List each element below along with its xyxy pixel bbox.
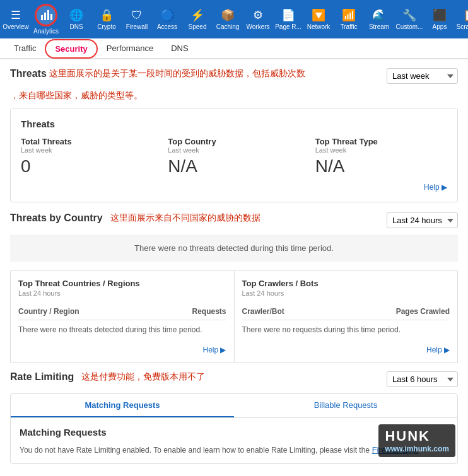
threats-metrics: Total Threats Last week 0 Top Country La… [21, 137, 447, 177]
analytics-icon-circled [35, 4, 57, 26]
stream-icon: 🌊 [372, 8, 386, 22]
metric-total-threats: Total Threats Last week 0 [21, 137, 153, 177]
threats-annotation1: 这里面展示的是关于某一段时间的受到的威胁数据，包括威胁次数 [49, 68, 384, 79]
rate-limiting-card: Matching Requests Billable Requests Matc… [10, 393, 458, 464]
metric-top-country-label: Top Country [168, 137, 300, 146]
svg-rect-2 [47, 10, 49, 20]
tbc-annotation: 这里面展示来自不同国家的威胁的数据 [110, 212, 384, 224]
threats-dropdown[interactable]: Last 24 hours Last week Last month Last … [387, 68, 458, 84]
network-icon: 🔽 [312, 8, 325, 22]
nav-speed[interactable]: ⚡ Speed [183, 6, 212, 33]
nav-scrape[interactable]: 📋 Scrape ... [455, 6, 468, 33]
rate-dropdown[interactable]: Last 6 hours Last 24 hours Last week [387, 371, 458, 387]
subnav-performance[interactable]: Performance [98, 38, 162, 59]
metric-top-threat-sub: Last week [315, 146, 447, 154]
tbc-no-banner: There were no threats detected during th… [10, 235, 458, 262]
rate-info-text: You do not have Rate Limiting enabled. T… [20, 446, 370, 455]
rate-title: Rate Limiting [10, 371, 74, 383]
nav-access[interactable]: 🔵 Access [153, 6, 182, 33]
nav-dns[interactable]: 🌐 DNS [62, 6, 91, 33]
rate-matching-title: Matching Requests [20, 427, 448, 438]
dns-icon: 🌐 [69, 8, 83, 22]
rate-tabs: Matching Requests Billable Requests [11, 394, 457, 418]
rate-tab-billable[interactable]: Billable Requests [234, 394, 457, 417]
right-col2-header: Pages Crawled [396, 307, 450, 316]
threats-section-header: Threats 这里面展示的是关于某一段时间的受到的威胁数据，包括威胁次数 La… [10, 68, 458, 84]
nav-apps[interactable]: ⬛ Apps [425, 6, 454, 33]
nav-caching[interactable]: 📦 Caching [213, 6, 242, 33]
tbc-header: Threats by Country 这里面展示来自不同国家的威胁的数据 Las… [10, 212, 458, 228]
nav-workers[interactable]: ⚙ Workers [243, 6, 272, 33]
rate-info: You do not have Rate Limiting enabled. T… [20, 445, 448, 455]
threats-card: Threats Total Threats Last week 0 Top Co… [10, 108, 458, 202]
custom-icon: 🔧 [402, 8, 416, 22]
left-table-empty: There were no threats detected during th… [18, 320, 226, 339]
scrape-icon: 📋 [463, 8, 468, 22]
tbc-title: Threats by Country [10, 212, 103, 224]
apps-icon: ⬛ [433, 8, 447, 22]
left-col1-header: Country / Region [18, 307, 79, 316]
top-navigation: ☰ Overview Analytics 🌐 DNS 🔒 Crypto 🛡 Fi… [0, 0, 468, 38]
analytics-label: Analytics [33, 28, 59, 35]
nav-overview[interactable]: ☰ Overview [1, 6, 30, 33]
overview-icon: ☰ [11, 8, 21, 22]
metric-top-country-sub: Last week [168, 146, 300, 154]
metric-top-threat-type: Top Threat Type Last week N/A [315, 137, 447, 177]
rate-header: Rate Limiting 这是付费功能，免费版本用不了 Last 6 hour… [10, 371, 458, 387]
metric-top-threat-label: Top Threat Type [315, 137, 447, 146]
rate-tab-content: Matching Requests You do not have Rate L… [11, 418, 457, 463]
right-col1-header: Crawler/Bot [242, 307, 284, 316]
right-panel-sub: Last 24 hours [242, 289, 450, 297]
threats-card-title: Threats [21, 119, 447, 129]
metric-top-country-value: N/A [168, 156, 300, 177]
threats-annotation2: ，来自哪些国家，威胁的类型等。 [10, 90, 458, 102]
left-panel-help[interactable]: Help [18, 345, 226, 354]
nav-stream[interactable]: 🌊 Stream [365, 6, 394, 33]
nav-crypto[interactable]: 🔒 Crypto [92, 6, 121, 33]
tbc-panels: Top Threat Countries / Regions Last 24 h… [10, 270, 458, 363]
rate-annotation: 这是付费功能，免费版本用不了 [81, 371, 384, 383]
metric-total-threats-label: Total Threats [21, 137, 153, 146]
threats-help-link[interactable]: Help [21, 183, 447, 192]
nav-firewall[interactable]: 🛡 Firewall [122, 6, 151, 33]
caching-icon: 📦 [221, 8, 235, 22]
main-content: Threats 这里面展示的是关于某一段时间的受到的威胁数据，包括威胁次数 La… [0, 59, 468, 476]
right-table-header: Crawler/Bot Pages Crawled [242, 303, 450, 320]
left-panel-title: Top Threat Countries / Regions [18, 279, 226, 288]
metric-top-threat-value: N/A [315, 156, 447, 177]
metric-top-country: Top Country Last week N/A [168, 137, 300, 177]
left-panel-sub: Last 24 hours [18, 289, 226, 297]
subnav-traffic[interactable]: Traffic [5, 38, 45, 59]
nav-custom[interactable]: 🔧 Custom... [395, 6, 424, 33]
firewall-icon: 🛡 [131, 9, 143, 22]
right-panel-help[interactable]: Help [242, 345, 450, 354]
nav-analytics[interactable]: Analytics [32, 3, 61, 36]
sub-navigation: Traffic Security Performance DNS [0, 38, 468, 59]
workers-icon: ⚙ [253, 8, 263, 22]
speed-icon: ⚡ [190, 8, 204, 22]
right-panel-title: Top Crawlers / Bots [242, 279, 450, 288]
nav-traffic[interactable]: 📶 Traffic [334, 6, 363, 33]
left-table-header: Country / Region Requests [18, 303, 226, 320]
nav-network[interactable]: 🔽 Network [304, 6, 333, 33]
firewall-app-link[interactable]: Firewall app. [372, 445, 419, 455]
subnav-security[interactable]: Security [45, 39, 97, 59]
svg-rect-0 [41, 15, 43, 20]
traffic-icon: 📶 [342, 8, 356, 22]
crypto-icon: 🔒 [100, 8, 114, 22]
left-col2-header: Requests [192, 307, 226, 316]
access-icon: 🔵 [160, 8, 174, 22]
tbc-dropdown[interactable]: Last 24 hours Last week Last month [387, 212, 458, 228]
right-panel: Top Crawlers / Bots Last 24 hours Crawle… [235, 271, 458, 362]
subnav-dns[interactable]: DNS [162, 38, 197, 59]
svg-rect-3 [50, 14, 52, 20]
nav-pager[interactable]: 📄 Page R... [274, 6, 303, 33]
right-table-empty: There were no requests during this time … [242, 320, 450, 339]
threats-title: Threats [10, 68, 47, 79]
pager-icon: 📄 [281, 8, 295, 22]
metric-total-threats-value: 0 [21, 156, 153, 177]
rate-tab-matching[interactable]: Matching Requests [11, 394, 234, 417]
left-panel: Top Threat Countries / Regions Last 24 h… [11, 271, 235, 362]
metric-total-threats-sub: Last week [21, 146, 153, 154]
svg-rect-1 [44, 13, 46, 20]
